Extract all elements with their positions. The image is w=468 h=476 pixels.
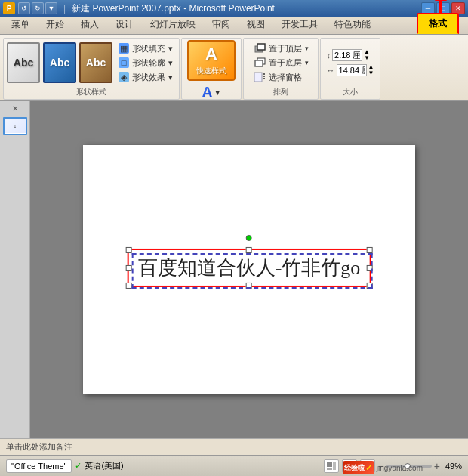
watermark: 经验啦 ✓ jingyanla.com — [343, 461, 423, 474]
arrange-buttons: 置于顶层 ▾ 置于底层 ▾ 选择窗格 — [251, 42, 312, 84]
tab-file[interactable]: 菜单 — [3, 14, 38, 34]
tab-home[interactable]: 开始 — [38, 14, 72, 34]
arrange-content: 置于顶层 ▾ 置于底层 ▾ 选择窗格 — [251, 40, 312, 85]
svg-rect-1 — [257, 44, 265, 50]
send-to-back-button[interactable]: 置于底层 ▾ — [251, 57, 312, 70]
width-label: ↔ — [327, 66, 335, 75]
rotate-handle[interactable] — [246, 235, 252, 241]
wordart-section: A ▼ — [202, 84, 220, 101]
tab-view[interactable]: 视图 — [239, 14, 273, 34]
width-input[interactable] — [337, 64, 367, 76]
shape-style-2[interactable]: Abc — [43, 42, 76, 83]
wordart-dropdown-icon[interactable]: ▼ — [214, 89, 221, 97]
quick-access-toolbar: ↺ ↻ ▼ — [18, 2, 57, 14]
shape-effects-column: ▦ 形状填充 ▾ □ 形状轮廓 ▾ ◈ 形状效果 ▾ — [115, 42, 176, 84]
arrange-label: 排列 — [273, 85, 288, 97]
width-row: ↔ ▲ ▼ — [327, 64, 374, 76]
language-label: 英语(美国) — [85, 460, 123, 471]
ribbon-group-quick-style: A 快速样式 A ▼ 艺术字样式 — [181, 38, 242, 100]
height-label: ↕ — [327, 51, 331, 60]
ribbon-group-arrange: 置于顶层 ▾ 置于底层 ▾ 选择窗格 排列 — [243, 38, 319, 100]
text-box[interactable]: 百度知道合伙人-竹非竹go — [128, 249, 371, 287]
notes-placeholder[interactable]: 单击此处添加备注 — [6, 441, 72, 453]
bring-front-icon — [254, 43, 266, 54]
zoom-level[interactable]: 49% — [445, 462, 462, 471]
svg-rect-4 — [254, 73, 262, 82]
language-button[interactable]: ✓ 英语(美国) — [75, 460, 123, 471]
effect-icon: ◈ — [119, 72, 129, 82]
slide-text[interactable]: 百度知道合伙人-竹非竹go — [138, 255, 361, 281]
width-spinner[interactable]: ▲ ▼ — [368, 64, 374, 76]
selection-pane-button[interactable]: 选择窗格 — [251, 71, 312, 84]
shape-outline-button[interactable]: □ 形状轮廓 ▾ — [115, 57, 176, 70]
handle-top-left[interactable] — [126, 247, 132, 253]
ribbon-tabs: 菜单 开始 插入 设计 幻灯片放映 审阅 视图 开发工具 特色功能 格式 — [0, 17, 468, 35]
redo-button[interactable]: ↻ — [32, 2, 44, 14]
send-back-icon — [254, 57, 266, 68]
tab-features[interactable]: 特色功能 — [326, 14, 379, 34]
size-inputs: ↕ ▲ ▼ ↔ ▲ ▼ — [327, 49, 374, 76]
watermark-logo: 经验啦 ✓ — [343, 461, 374, 474]
height-spinner[interactable]: ▲ ▼ — [364, 49, 370, 61]
app-icon: P — [3, 2, 15, 14]
canvas-area: 百度知道合伙人-竹非竹go — [30, 101, 468, 438]
outline-icon: □ — [119, 57, 129, 68]
title-bar-left: P ↺ ↻ ▼ | 新建 PowerPoint 2007.pptx - Micr… — [3, 2, 275, 15]
ribbon-group-shape-styles: Abc Abc Abc ▦ 形状填充 ▾ □ 形状轮廓 ▾ ◈ 形状效果 ▾ — [3, 38, 180, 100]
bring-front-dropdown[interactable]: ▾ — [305, 45, 309, 52]
handle-top-right[interactable] — [366, 247, 372, 253]
tab-format[interactable]: 格式 — [417, 13, 459, 34]
bottom-bar: "Office Theme" ✓ 英语(美国) − + 49% 经验啦 ✓ — [0, 455, 468, 476]
zoom-plus-button[interactable]: + — [434, 460, 440, 472]
theme-button[interactable]: "Office Theme" — [6, 459, 72, 473]
height-input[interactable] — [332, 49, 362, 61]
ribbon-body: Abc Abc Abc ▦ 形状填充 ▾ □ 形状轮廓 ▾ ◈ 形状效果 ▾ — [0, 35, 468, 101]
send-back-dropdown[interactable]: ▾ — [305, 59, 309, 66]
svg-rect-8 — [327, 462, 332, 467]
svg-rect-3 — [255, 60, 263, 66]
shape-styles-label: 形状样式 — [76, 85, 106, 97]
handle-bottom-right[interactable] — [366, 283, 372, 289]
slide-thumbnail-1[interactable]: 1 — [3, 117, 27, 135]
watermark-logo-text: 经验啦 — [344, 463, 365, 473]
theme-area: "Office Theme" ✓ 英语(美国) — [6, 459, 124, 473]
fill-icon: ▦ — [119, 43, 129, 54]
shape-style-1[interactable]: Abc — [7, 42, 40, 83]
quick-style-content: A 快速样式 A ▼ — [187, 40, 236, 101]
height-row: ↕ ▲ ▼ — [327, 49, 374, 61]
bring-to-front-button[interactable]: 置于顶层 ▾ — [251, 42, 312, 55]
qat-dropdown[interactable]: ▼ — [45, 2, 57, 14]
main-area: ✕ 1 — [0, 101, 468, 438]
quick-style-button[interactable]: A 快速样式 — [187, 40, 236, 81]
undo-button[interactable]: ↺ — [18, 2, 30, 14]
slide-thumb-content: 1 — [5, 119, 26, 133]
handle-mid-right[interactable] — [366, 264, 372, 270]
wordart-row: A ▼ — [202, 84, 220, 101]
tab-design[interactable]: 设计 — [107, 14, 142, 34]
tab-devtools[interactable]: 开发工具 — [273, 14, 326, 34]
handle-bottom-mid[interactable] — [246, 283, 252, 289]
status-bar: 单击此处添加备注 — [0, 438, 468, 455]
quick-style-icon: A — [205, 45, 217, 64]
tab-slideshow[interactable]: 幻灯片放映 — [142, 14, 204, 34]
handle-mid-left[interactable] — [126, 264, 132, 270]
window-title: 新建 PowerPoint 2007.pptx - Microsoft Powe… — [72, 2, 275, 15]
handle-top-mid[interactable] — [246, 247, 252, 253]
shape-fill-button[interactable]: ▦ 形状填充 ▾ — [115, 42, 176, 55]
slide-panel: ✕ 1 — [0, 101, 30, 438]
tab-insert[interactable]: 插入 — [72, 14, 107, 34]
tab-review[interactable]: 审阅 — [204, 14, 239, 34]
handle-bottom-left[interactable] — [126, 283, 132, 289]
check-icon: ✓ — [75, 461, 82, 471]
close-panel-button[interactable]: ✕ — [3, 104, 26, 114]
slide-canvas[interactable]: 百度知道合伙人-竹非竹go — [83, 145, 415, 394]
watermark-checkmark: ✓ — [365, 463, 372, 473]
shape-style-3[interactable]: Abc — [79, 42, 112, 83]
theme-name: "Office Theme" — [11, 462, 66, 471]
selection-pane-icon — [254, 72, 266, 82]
svg-rect-10 — [333, 462, 336, 470]
format-tab-wrapper: 格式 — [417, 13, 465, 34]
shape-effect-button[interactable]: ◈ 形状效果 ▾ — [115, 71, 176, 84]
normal-view-button[interactable] — [324, 459, 339, 473]
ribbon-group-size: ↕ ▲ ▼ ↔ ▲ ▼ 大小 — [320, 38, 380, 100]
